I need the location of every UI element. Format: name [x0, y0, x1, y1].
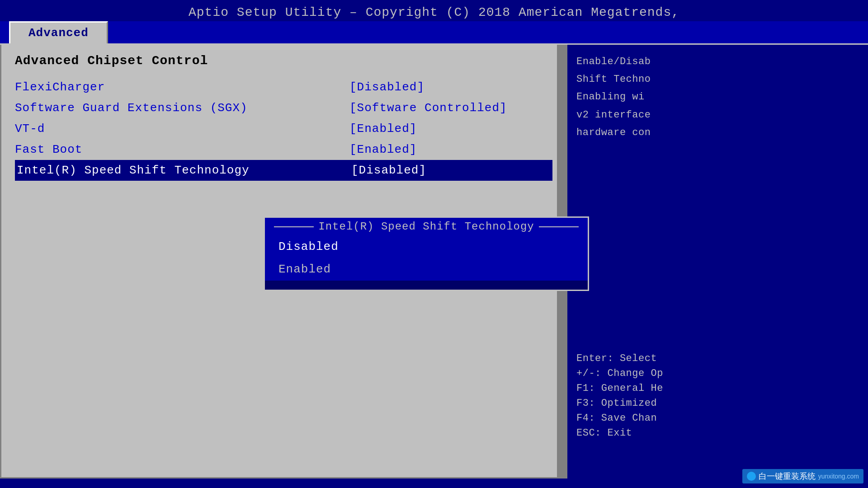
menu-item-flexicharger-label: FlexiCharger	[15, 80, 340, 94]
key-line-0: Enter: Select	[576, 353, 859, 364]
dropdown-title-text: Intel(R) Speed Shift Technology	[318, 221, 534, 233]
watermark-sub: yunxitong.com	[818, 473, 859, 480]
help-line-1: Shift Techno	[576, 71, 859, 87]
menu-item-fastboot[interactable]: Fast Boot [Enabled]	[15, 139, 552, 160]
tab-advanced[interactable]: Advanced	[9, 21, 108, 43]
title-bar: Aptio Setup Utility – Copyright (C) 2018…	[0, 0, 868, 19]
menu-item-vtd[interactable]: VT-d [Enabled]	[15, 118, 552, 139]
help-line-0: Enable/Disab	[576, 54, 859, 70]
menu-item-speed-shift-value: [Disabled]	[351, 164, 426, 177]
key-line-3: F3: Optimized	[576, 398, 859, 409]
menu-item-sgx[interactable]: Software Guard Extensions (SGX) [Softwar…	[15, 98, 552, 118]
keys-area: Enter: Select +/-: Change Op F1: General…	[567, 353, 868, 442]
help-line-4: hardware con	[576, 125, 859, 141]
left-panel: Advanced Chipset Control FlexiCharger [D…	[0, 45, 567, 479]
menu-item-vtd-label: VT-d	[15, 122, 340, 136]
menu-item-flexicharger-value: [Disabled]	[349, 80, 425, 94]
menu-item-fastboot-value: [Enabled]	[349, 143, 417, 156]
dropdown-option-enabled[interactable]: Enabled	[265, 258, 588, 281]
key-line-1: +/-: Change Op	[576, 368, 859, 379]
tab-bar: Advanced	[0, 21, 868, 45]
menu-item-speed-shift[interactable]: Intel(R) Speed Shift Technology [Disable…	[15, 160, 552, 181]
key-line-5: ESC: Exit	[576, 427, 859, 439]
right-panel: Enable/Disab Shift Techno Enabling wi v2…	[567, 45, 868, 479]
key-line-4: F4: Save Chan	[576, 413, 859, 424]
twitter-icon	[747, 472, 756, 481]
menu-item-sgx-label: Software Guard Extensions (SGX)	[15, 101, 340, 115]
dropdown-title: Intel(R) Speed Shift Technology	[265, 218, 588, 235]
help-line-2: Enabling wi	[576, 89, 859, 105]
menu-item-speed-shift-label: Intel(R) Speed Shift Technology	[17, 164, 342, 177]
section-title: Advanced Chipset Control	[15, 54, 552, 68]
menu-item-vtd-value: [Enabled]	[349, 122, 417, 136]
title-text: Aptio Setup Utility – Copyright (C) 2018…	[189, 5, 679, 19]
menu-item-flexicharger[interactable]: FlexiCharger [Disabled]	[15, 77, 552, 98]
dropdown-option-disabled[interactable]: Disabled	[265, 235, 588, 258]
dropdown-shadow	[265, 281, 588, 290]
dropdown-speed-shift: Intel(R) Speed Shift Technology Disabled…	[264, 216, 589, 291]
menu-item-sgx-value: [Software Controlled]	[349, 101, 507, 115]
main-content: Advanced Chipset Control FlexiCharger [D…	[0, 45, 868, 479]
menu-item-fastboot-label: Fast Boot	[15, 143, 340, 156]
key-line-2: F1: General He	[576, 383, 859, 394]
help-text-area: Enable/Disab Shift Techno Enabling wi v2…	[576, 54, 859, 141]
help-line-3: v2 interface	[576, 107, 859, 123]
watermark-text: 白一键重装系统	[759, 471, 816, 482]
watermark: 白一键重装系统 yunxitong.com	[742, 469, 863, 483]
